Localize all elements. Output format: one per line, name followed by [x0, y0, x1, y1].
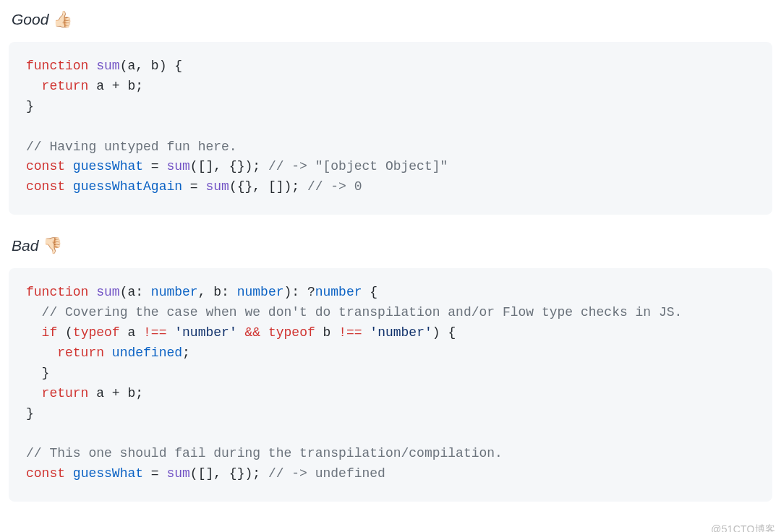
sig-mid: , b:: [198, 285, 237, 299]
code-block-bad: function sum(a: number, b: number): ?num…: [9, 268, 772, 502]
kw-return: return: [42, 386, 89, 400]
assign: =: [182, 179, 205, 194]
assign: =: [143, 466, 166, 481]
args: ({}, []);: [229, 179, 299, 194]
brace: }: [26, 99, 34, 113]
sp: [166, 325, 174, 340]
fn-call: sum: [166, 466, 189, 481]
comment: // Covering the case when we don't do tr…: [42, 305, 683, 319]
comment: // -> undefined: [260, 466, 385, 481]
page: Good 👍🏻 function sum(a, b) { return a + …: [0, 0, 781, 532]
expr: a + b;: [88, 79, 143, 93]
type: number: [151, 285, 198, 299]
sp: [237, 325, 245, 340]
op-neq: !==: [338, 325, 362, 340]
sp: [260, 325, 268, 340]
heading-bad: Bad 👎🏻: [12, 236, 772, 255]
brace: }: [42, 366, 50, 380]
fn-name: sum: [96, 285, 119, 299]
expr: a + b;: [88, 386, 143, 400]
sp: [104, 346, 112, 360]
kw-function: function: [26, 59, 88, 73]
kw-const: const: [26, 179, 65, 194]
sig-close: ): ?: [284, 285, 315, 299]
heading-good-text: Good: [12, 11, 48, 28]
kw-const: const: [26, 159, 65, 173]
ident: guessWhat: [73, 466, 143, 481]
thumbs-up-icon: 👍🏻: [53, 10, 72, 29]
ident: guessWhatAgain: [73, 179, 182, 194]
op-and: &&: [245, 325, 261, 340]
ident: guessWhat: [73, 159, 143, 173]
comment: // This one should fail during the trans…: [26, 446, 503, 460]
kw-return: return: [57, 346, 104, 360]
args: ([], {});: [190, 159, 260, 173]
brace: {: [362, 285, 378, 299]
fn-sig: (a, b) {: [120, 59, 182, 73]
sp: [362, 325, 370, 340]
fn-call: sum: [205, 179, 229, 194]
kw-return: return: [42, 79, 89, 93]
fn-name: sum: [96, 59, 119, 73]
kw-typeof: typeof: [73, 325, 120, 340]
comment: // -> 0: [299, 179, 362, 194]
type: number: [237, 285, 284, 299]
string: 'number': [370, 325, 432, 340]
undefined: undefined: [112, 346, 182, 360]
kw-typeof: typeof: [268, 325, 315, 340]
type: number: [315, 285, 362, 299]
b: b: [315, 325, 338, 340]
open: (: [57, 325, 73, 340]
string: 'number': [174, 325, 236, 340]
code-block-good: function sum(a, b) { return a + b; } // …: [9, 42, 772, 215]
watermark: @51CTO博客: [711, 523, 775, 532]
heading-bad-text: Bad: [12, 237, 38, 254]
a: a: [120, 325, 143, 340]
kw-if: if: [42, 325, 58, 340]
close: ) {: [432, 325, 456, 340]
kw-const: const: [26, 466, 65, 481]
sig-open: (a:: [120, 285, 151, 299]
fn-call: sum: [166, 159, 189, 173]
comment: // -> "[object Object]": [260, 159, 448, 173]
thumbs-down-icon: 👎🏻: [43, 236, 62, 255]
comment: // Having untyped fun here.: [26, 140, 237, 154]
args: ([], {});: [190, 466, 260, 481]
assign: =: [143, 159, 166, 173]
kw-function: function: [26, 285, 88, 299]
heading-good: Good 👍🏻: [12, 10, 772, 29]
brace: }: [26, 406, 34, 421]
semi: ;: [182, 346, 190, 360]
op-neq: !==: [143, 325, 166, 340]
